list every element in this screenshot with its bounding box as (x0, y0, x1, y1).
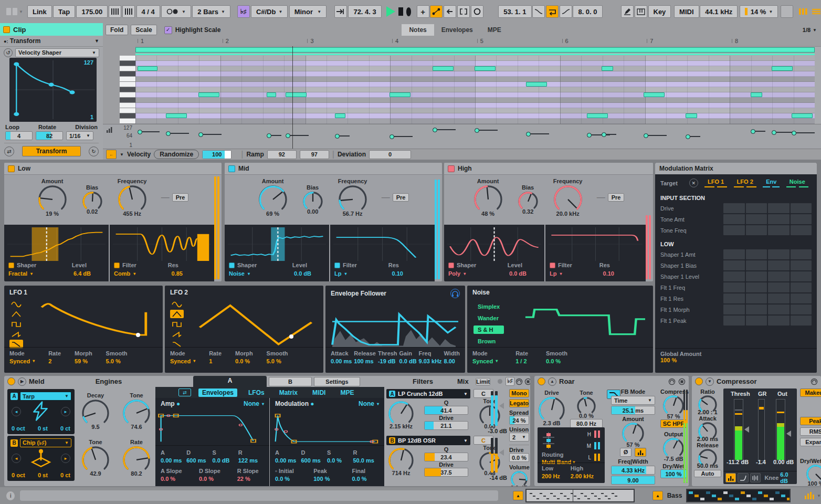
lfo-morph[interactable]: 59 % (75, 358, 92, 365)
fold-icon[interactable]: ▼ (706, 377, 714, 386)
matrix-cell[interactable] (768, 203, 790, 213)
tone-knob[interactable]: Tone 0.0 % (570, 390, 603, 419)
matrix-cell[interactable] (791, 214, 812, 224)
deviation-value[interactable]: 0 (369, 150, 411, 159)
reset-tool-icon[interactable]: ↺ (4, 48, 13, 57)
tab-b[interactable]: B (269, 377, 312, 386)
env-param[interactable]: 0.00 ms (275, 457, 301, 465)
noise-param[interactable]: 0.0 % (546, 358, 567, 365)
env-route-select[interactable]: None▾ (244, 400, 264, 407)
prev-engine-icon[interactable]: ◂ (12, 407, 21, 416)
filter-q[interactable]: 23.4 (424, 453, 468, 461)
sc-hpf-button[interactable]: SC HPF (660, 419, 687, 428)
tab-notes[interactable]: Notes (402, 24, 434, 36)
velocity-marker[interactable] (166, 131, 171, 136)
velocity-marker[interactable] (772, 130, 776, 135)
matrix-cell[interactable] (768, 293, 790, 303)
refresh-icon[interactable]: ↻ (89, 146, 99, 156)
beat-ruler[interactable]: 1 2 3 4 5 6 7 8 (103, 37, 821, 47)
overdub-icon[interactable]: + (417, 5, 429, 18)
menu-icon[interactable] (812, 8, 821, 15)
velocity-marker[interactable] (751, 129, 755, 134)
env-param[interactable]: 0.00 ms (161, 457, 186, 465)
env-follower-display[interactable] (330, 299, 461, 348)
matrix-cell[interactable] (746, 203, 767, 213)
env-param[interactable]: 0.0 dB (213, 457, 238, 465)
phase-invert-button[interactable]: Ø (620, 448, 631, 457)
lfo-wave-saw-up-icon[interactable] (9, 330, 23, 338)
shaper-display[interactable]: Shaper Level Poly▾ 0.0 dB (444, 225, 544, 281)
hot-swap-icon[interactable] (811, 378, 818, 385)
subtab-mpe[interactable]: MPE (336, 388, 357, 397)
env-param[interactable]: 100 ms (354, 358, 376, 365)
stop-button[interactable] (398, 7, 403, 16)
cent-value[interactable]: 0 ct (60, 425, 70, 432)
env-param[interactable]: 600 ms (186, 457, 212, 465)
shaper-display[interactable]: Shaper Level Noise▾ 0.0 dB (225, 225, 329, 281)
matrix-cell[interactable] (791, 203, 812, 213)
amount-knob[interactable]: Amount 19 % (37, 178, 68, 217)
attack-value[interactable]: 2.00 ms (694, 436, 721, 442)
fold-icon[interactable]: ▶ (18, 377, 26, 386)
device-chain-toggle[interactable]: ▲ (652, 491, 662, 500)
lfo-rate[interactable]: 1 (209, 358, 222, 365)
value-knob[interactable]: -7.5 dB (662, 437, 685, 462)
drive-knob[interactable]: Drive 2.3 dB (538, 390, 566, 428)
midi-note[interactable] (602, 66, 613, 71)
matrix-cell[interactable] (723, 225, 745, 235)
nudge-down-icon[interactable] (109, 5, 121, 18)
shaper-enable-checkbox[interactable] (448, 262, 454, 268)
engine-select[interactable]: Tarp▼ (20, 392, 71, 401)
matrix-cell[interactable] (768, 249, 790, 259)
env-param[interactable]: 8.00 (444, 358, 460, 365)
velocity-marker[interactable] (526, 132, 531, 136)
matrix-cell[interactable] (768, 260, 790, 270)
cent-value[interactable]: 0 ct (60, 472, 70, 478)
punch-out-icon[interactable] (560, 5, 572, 18)
device-on-led[interactable] (538, 377, 545, 385)
play-button[interactable] (386, 6, 395, 17)
device-on-led[interactable] (695, 377, 703, 385)
cpu-meter[interactable]: 14 %▼ (740, 5, 778, 18)
env-param[interactable]: 600 ms (301, 457, 328, 465)
bias-knob[interactable]: Bias 0.02 (81, 184, 103, 215)
shaper-display[interactable]: Shaper Level Fractal▾ 6.4 dB (4, 225, 109, 281)
matrix-cell[interactable] (746, 271, 767, 281)
env-param[interactable]: 9.03 kHz (419, 358, 442, 365)
filter-display[interactable]: Filter Res Lp▾ 0.10 (545, 225, 646, 281)
octave-value[interactable]: 0 oct (12, 425, 25, 432)
midi-note[interactable] (433, 66, 454, 71)
mixer-toggle-icon[interactable] (798, 7, 808, 16)
amount-knob[interactable]: Amount 69 % (258, 178, 288, 217)
loop-brace[interactable] (135, 47, 815, 52)
tone-knob[interactable]: Tone 74.6 (122, 392, 151, 430)
matrix-cell[interactable] (791, 282, 812, 292)
filter-type-select[interactable]: Lp▾ (334, 270, 346, 277)
velocity-marker[interactable] (602, 132, 606, 137)
matrix-cell[interactable] (723, 293, 745, 303)
shaper-enable-checkbox[interactable] (8, 262, 14, 268)
scale-root-menu[interactable]: C#/Db▼ (251, 5, 288, 18)
matrix-cell[interactable] (768, 316, 790, 326)
matrix-cell[interactable] (723, 260, 745, 270)
matrix-cell[interactable] (791, 304, 812, 314)
next-engine-icon[interactable]: ▸ (61, 407, 70, 416)
bias-knob[interactable]: Bias 0.00 (302, 184, 324, 215)
midi-note[interactable] (198, 92, 219, 97)
velocity-marker[interactable] (138, 130, 142, 134)
noise-type-sh[interactable]: S & H (473, 326, 504, 334)
ramp-end-value[interactable]: 97 (300, 150, 329, 159)
matrix-cell[interactable] (723, 214, 745, 224)
midi-note[interactable] (286, 92, 307, 97)
global-amount-value[interactable]: 100 % (660, 357, 812, 363)
midi-note[interactable] (138, 66, 157, 71)
matrix-cell[interactable] (768, 271, 790, 281)
matrix-cell[interactable] (791, 249, 812, 259)
env-param2[interactable]: 0.0 % (275, 475, 313, 483)
pre-button[interactable]: Pre (608, 193, 625, 202)
lfo-smooth[interactable]: 5.0 % (267, 358, 288, 365)
scale-button[interactable]: Scale (131, 25, 156, 35)
env-param2[interactable]: 100 % (313, 475, 352, 483)
filter-enable-checkbox[interactable] (114, 262, 120, 268)
engine-select[interactable]: Chip (♭♯)▼ (20, 438, 71, 447)
